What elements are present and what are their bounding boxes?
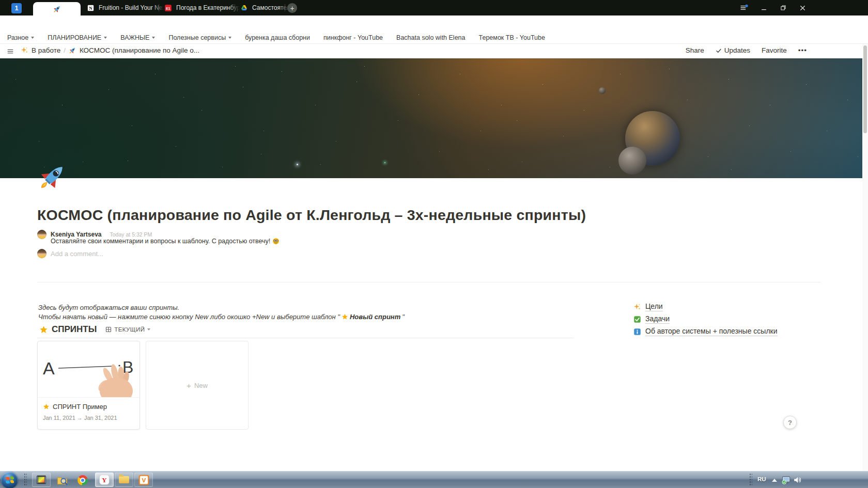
view-selector[interactable]: ТЕКУЩИЙ xyxy=(105,326,150,333)
bookmark-folder-important[interactable]: ВАЖНЫЕ xyxy=(120,34,155,41)
tray-volume-button[interactable] xyxy=(793,475,802,485)
folder-icon xyxy=(119,476,129,483)
chevron-down-icon xyxy=(147,328,150,330)
breadcrumb: В работе / КОСМОС (планирование по Agile… xyxy=(21,46,199,54)
help-button[interactable]: ? xyxy=(783,416,797,429)
page-cover-image xyxy=(0,58,868,178)
divider xyxy=(37,282,820,282)
search-folder-icon xyxy=(56,475,68,486)
taskbar-search-tool-button[interactable] xyxy=(56,474,68,486)
bookmark-pinkfong[interactable]: пинкфонг - YouTube xyxy=(323,34,383,41)
grid-view-icon xyxy=(105,326,112,333)
bookmark-bachata[interactable]: Bachata solo with Elena xyxy=(396,34,465,41)
tab-weather[interactable]: Погода в Екатеринбурге н xyxy=(159,0,240,15)
page-link-tasks[interactable]: Задачи xyxy=(633,314,670,324)
breadcrumb-page[interactable]: КОСМОС (планирование по Agile о... xyxy=(80,46,199,54)
browser-menu-button[interactable] xyxy=(740,4,748,12)
rocket-icon xyxy=(69,46,76,54)
bookmarks-bar: Разное ПЛАНИРОВАНИЕ ВАЖНЫЕ Полезные серв… xyxy=(0,32,868,44)
sprints-header: СПРИНТЫ ТЕКУЩИЙ xyxy=(39,324,150,335)
language-indicator[interactable]: RU xyxy=(757,476,766,482)
taskbar-yandex-browser-button[interactable] xyxy=(95,473,114,487)
computer-shield-icon xyxy=(781,475,792,485)
comment-time: Today at 5:32 PM xyxy=(110,231,152,238)
page-icon[interactable] xyxy=(37,161,68,192)
screen: 1 Fruition - Build Your Next W Погода в … xyxy=(0,0,868,488)
comment-body: Оставляйте свои комментарии и вопросы к … xyxy=(51,238,280,245)
chevron-down-icon xyxy=(228,37,231,39)
planet-tiny xyxy=(599,87,606,94)
tray-network-button[interactable] xyxy=(781,475,792,485)
taskbar-grip xyxy=(24,473,27,486)
starfield xyxy=(0,58,1,59)
breadcrumb-root[interactable]: В работе xyxy=(32,46,60,54)
yandex-browser-icon xyxy=(99,474,110,485)
chevron-down-icon xyxy=(152,37,155,39)
start-button[interactable] xyxy=(1,471,18,488)
taskbar-explorer-button[interactable] xyxy=(115,473,133,487)
image-viewer-icon xyxy=(36,474,47,485)
bookmark-burenka[interactable]: буренка даша сборни xyxy=(245,34,310,41)
bookmark-folder-planning[interactable]: ПЛАНИРОВАНИЕ xyxy=(48,34,107,41)
notion-topbar: В работе / КОСМОС (планирование по Agile… xyxy=(0,44,868,58)
pinned-tab-badge[interactable]: 1 xyxy=(11,3,22,13)
sidebar-toggle-button[interactable] xyxy=(6,48,14,55)
new-tab-button[interactable]: + xyxy=(287,3,297,13)
intro-line-1: Здесь будут отображаться ваши спринты. xyxy=(38,304,179,311)
intro-template-name: Новый спринт xyxy=(350,313,400,321)
check-icon xyxy=(716,48,722,54)
scrollbar-thumb[interactable] xyxy=(863,45,867,133)
bright-star xyxy=(297,164,298,165)
tab-active-kosmos[interactable] xyxy=(33,2,81,15)
sprint-card-dates: Jan 11, 2021 → Jan 31, 2021 xyxy=(38,411,140,421)
star-icon xyxy=(43,403,50,410)
tab-fruition[interactable]: Fruition - Build Your Next W xyxy=(82,0,164,15)
info-icon xyxy=(633,328,641,336)
address-bar-row: www.notion.so КОСМОС (планирование по Ag… xyxy=(0,15,868,32)
bookmark-folder-services[interactable]: Полезные сервисы xyxy=(168,34,231,41)
taskbar-chrome-button[interactable] xyxy=(76,474,89,486)
chevron-down-icon xyxy=(31,37,34,39)
menu-notification-icon xyxy=(740,3,748,12)
close-button[interactable] xyxy=(798,4,807,12)
hamburger-icon xyxy=(6,48,14,55)
taskbar-image-viewer-button[interactable] xyxy=(32,473,51,487)
tray-expand-icon[interactable] xyxy=(772,479,777,482)
share-button[interactable]: Share xyxy=(686,46,704,54)
bookmark-teremok[interactable]: Теремок ТВ - YouTube xyxy=(479,34,545,41)
page-link-about[interactable]: Об авторе системы + полезные ссылки xyxy=(633,327,778,336)
restore-button[interactable] xyxy=(779,4,787,12)
minimize-button[interactable] xyxy=(760,4,768,12)
minimize-icon xyxy=(760,4,768,12)
tab-drive[interactable]: Самостоятельное засыпа xyxy=(235,0,290,15)
restore-icon xyxy=(780,4,787,11)
windows-logo-icon xyxy=(6,476,14,484)
close-icon xyxy=(799,4,807,12)
divider xyxy=(37,338,574,338)
avatar xyxy=(37,230,47,239)
comment-author: Kseniya Yartseva xyxy=(51,231,102,238)
favorite-button[interactable]: Favorite xyxy=(762,46,787,54)
e1-favicon-icon xyxy=(164,4,172,12)
sparkles-icon xyxy=(21,46,28,54)
checkbox-icon xyxy=(633,316,641,323)
add-comment-row[interactable]: Add a comment... xyxy=(37,249,103,258)
breadcrumb-separator: / xyxy=(64,46,66,54)
add-comment-placeholder: Add a comment... xyxy=(51,250,103,258)
sprint-card[interactable]: A B СПРИНТ Пример Jan 11, 2021 → Jan 31,… xyxy=(37,341,140,430)
plus-icon: + xyxy=(187,381,191,390)
sprint-card-title-row: СПРИНТ Пример xyxy=(38,398,140,411)
sparkles-icon xyxy=(633,303,641,311)
planet-moon xyxy=(618,147,646,175)
tab-separator xyxy=(285,4,285,11)
more-button[interactable]: ••• xyxy=(798,46,807,54)
page-link-goals[interactable]: Цели xyxy=(633,302,663,311)
bookmark-folder-raznoe[interactable]: Разное xyxy=(7,34,34,41)
browser-tab-bar: 1 Fruition - Build Your Next W Погода в … xyxy=(0,0,868,15)
speaker-icon xyxy=(793,475,802,485)
notion-favicon-icon xyxy=(87,4,95,12)
taskbar-v-app-button[interactable] xyxy=(134,473,153,487)
updates-button[interactable]: Updates xyxy=(716,46,750,54)
new-sprint-card[interactable]: + New xyxy=(146,341,249,430)
rocket-icon xyxy=(37,161,68,192)
